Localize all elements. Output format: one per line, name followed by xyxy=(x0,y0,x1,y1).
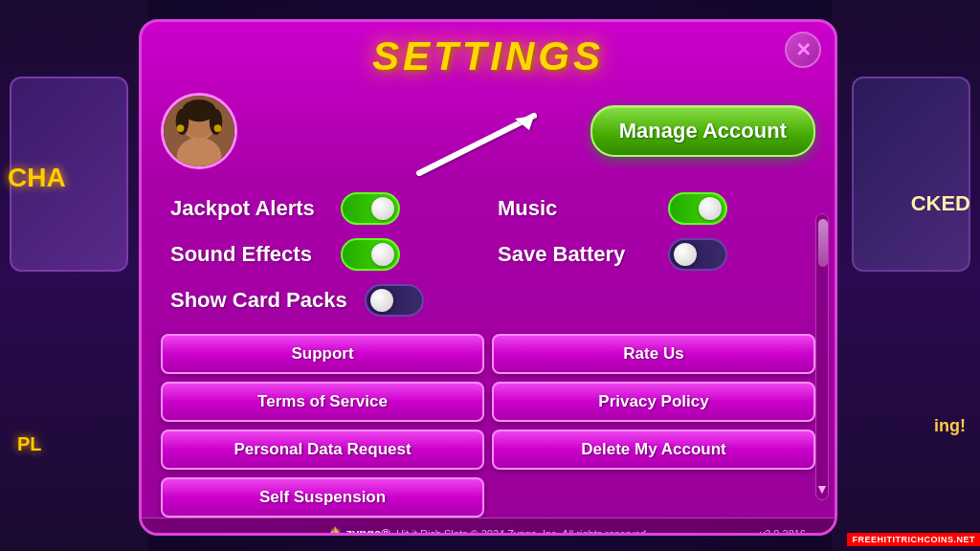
svg-line-9 xyxy=(419,116,534,173)
sound-effects-knob xyxy=(371,243,394,266)
sound-effects-toggle[interactable] xyxy=(341,238,400,271)
toggle-row-jackpot-alerts: Jackpot Alerts xyxy=(170,192,479,225)
manage-account-button[interactable]: Manage Account xyxy=(590,105,815,157)
save-battery-toggle[interactable] xyxy=(668,238,727,271)
svg-point-7 xyxy=(177,124,185,132)
show-card-packs-toggle[interactable] xyxy=(365,284,424,317)
toggles-section: Jackpot Alerts Music Sound Effects Save … xyxy=(142,179,835,326)
bg-right-panel xyxy=(832,0,980,551)
toggle-row-save-battery: Save Battery xyxy=(498,238,806,271)
arrow-pointer xyxy=(390,101,582,178)
personal-data-request-button[interactable]: Personal Data Request xyxy=(161,430,484,470)
close-button[interactable]: ✕ xyxy=(785,32,821,68)
arrow-svg xyxy=(390,101,582,178)
footer-copyright: Hit it Rich Slots © 2024 Zynga, Inc. All… xyxy=(396,528,649,537)
avatar-svg xyxy=(164,95,234,167)
terms-of-service-button[interactable]: Terms of Service xyxy=(161,382,484,422)
scrollbar[interactable]: ▼ xyxy=(815,213,829,500)
show-card-packs-label: Show Card Packs xyxy=(170,288,347,313)
toggle-row-music: Music xyxy=(498,192,806,225)
bg-text-pl: PL xyxy=(17,433,42,455)
bg-text-ing: ing! xyxy=(934,416,966,436)
dialog-title: SETTINGS xyxy=(372,33,604,78)
bg-text-cked: CKED xyxy=(911,191,970,216)
scrollbar-thumb xyxy=(818,219,828,267)
toggle-row-sound-effects: Sound Effects xyxy=(170,238,479,271)
title-bar: SETTINGS ✕ xyxy=(142,22,835,87)
buttons-section: Support Rate Us Terms of Service Privacy… xyxy=(142,326,835,518)
toggle-row-show-card-packs: Show Card Packs xyxy=(170,284,479,317)
rate-us-button[interactable]: Rate Us xyxy=(492,334,815,374)
jackpot-alerts-label: Jackpot Alerts xyxy=(170,196,323,221)
delete-my-account-button[interactable]: Delete My Account xyxy=(492,430,815,470)
scrollbar-down-arrow: ▼ xyxy=(815,481,829,496)
settings-dialog: SETTINGS ✕ xyxy=(139,19,837,536)
watermark: FREEHITITRICHCOINS.NET xyxy=(847,533,980,546)
show-card-packs-knob xyxy=(370,289,393,312)
bg-left-panel xyxy=(0,0,148,551)
save-battery-knob xyxy=(674,243,697,266)
privacy-policy-button[interactable]: Privacy Policy xyxy=(492,382,815,422)
jackpot-alerts-knob xyxy=(371,197,394,220)
bg-text-cha: CHA xyxy=(8,163,66,193)
music-label: Music xyxy=(498,196,651,221)
svg-marker-10 xyxy=(515,116,534,130)
self-suspension-button[interactable]: Self Suspension xyxy=(161,477,484,518)
music-toggle[interactable] xyxy=(668,192,727,225)
sound-effects-label: Sound Effects xyxy=(170,242,323,267)
music-knob xyxy=(699,197,722,220)
footer-version: v2.0.2816 xyxy=(760,528,806,537)
footer: 🐴 zynga® Hit it Rich Slots © 2024 Zynga,… xyxy=(142,518,835,536)
save-battery-label: Save Battery xyxy=(498,242,651,267)
avatar xyxy=(161,93,237,169)
jackpot-alerts-toggle[interactable] xyxy=(341,192,400,225)
svg-point-8 xyxy=(214,124,222,132)
avatar-image xyxy=(164,96,234,166)
profile-row: Manage Account xyxy=(142,87,835,179)
support-button[interactable]: Support xyxy=(161,334,484,374)
zynga-logo: 🐴 zynga® xyxy=(327,526,390,536)
